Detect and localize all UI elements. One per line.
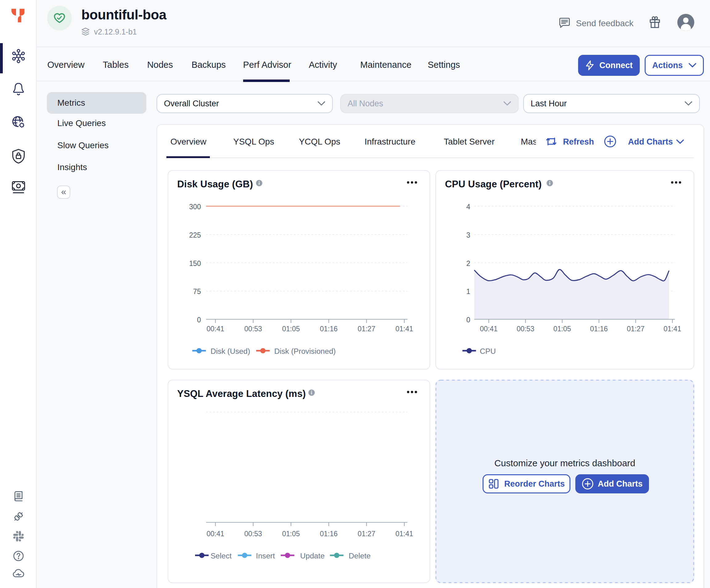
svg-text:1: 1 [466,287,470,296]
svg-text:01:05: 01:05 [282,325,300,333]
svg-text:300: 300 [189,203,201,211]
svg-text:01:27: 01:27 [358,325,376,333]
svg-text:CPU: CPU [480,347,496,355]
svg-text:01:27: 01:27 [627,325,645,333]
svg-text:01:41: 01:41 [663,325,681,333]
svg-text:00:41: 00:41 [207,325,224,333]
svg-text:150: 150 [189,259,201,267]
svg-text:01:16: 01:16 [590,325,608,333]
svg-text:2: 2 [466,259,470,267]
svg-text:01:41: 01:41 [395,325,413,333]
svg-text:01:41: 01:41 [395,530,413,538]
svg-text:Disk (Used): Disk (Used) [211,347,250,355]
svg-text:3: 3 [466,231,470,239]
svg-text:4: 4 [466,203,470,211]
svg-text:01:16: 01:16 [320,325,338,333]
svg-text:00:53: 00:53 [244,530,262,538]
svg-text:Update: Update [300,551,325,560]
svg-text:0: 0 [466,316,470,324]
svg-text:01:05: 01:05 [553,325,571,333]
svg-text:00:41: 00:41 [207,530,224,538]
svg-text:01:27: 01:27 [358,530,376,538]
svg-text:00:53: 00:53 [244,325,262,333]
svg-text:00:53: 00:53 [517,325,534,333]
svg-text:0: 0 [197,316,201,324]
svg-text:Disk (Provisioned): Disk (Provisioned) [274,347,336,355]
svg-text:Insert: Insert [256,551,275,560]
svg-text:Select: Select [211,551,232,560]
svg-text:75: 75 [193,287,201,296]
svg-text:Delete: Delete [349,551,371,560]
svg-text:225: 225 [189,231,201,239]
svg-text:01:05: 01:05 [282,530,300,538]
svg-text:01:16: 01:16 [320,530,338,538]
svg-text:00:41: 00:41 [480,325,498,333]
